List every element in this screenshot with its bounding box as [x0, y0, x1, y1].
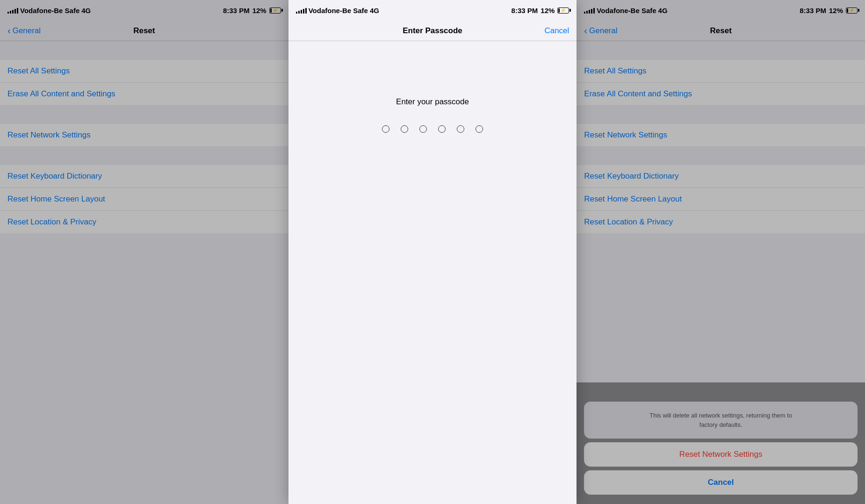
confirm-button[interactable]: Reset Network Settings — [584, 442, 858, 467]
right-panel: Vodafone-Be Safe 4G 8:33 PM 12% ⚡ ‹ Gene… — [577, 0, 865, 504]
status-bar-right: Vodafone-Be Safe 4G 8:33 PM 12% ⚡ — [577, 0, 865, 21]
list-item[interactable]: Reset All Settings — [577, 60, 865, 83]
alert-cancel-button[interactable]: Cancel — [584, 470, 858, 495]
signal-icon-center — [296, 7, 307, 14]
charging-icon-left: ⚡ — [273, 8, 278, 13]
confirm-button-label: Reset Network Settings — [679, 450, 763, 459]
alert-message-box: This will delete all network settings, r… — [584, 402, 858, 439]
passcode-dot-6 — [476, 125, 483, 133]
list-item[interactable]: Reset Home Screen Layout — [577, 188, 865, 211]
list-item[interactable]: Reset Keyboard Dictionary — [577, 165, 865, 188]
battery-icon-center: ⚡ — [557, 7, 569, 14]
time-center: 8:33 PM — [512, 7, 538, 14]
list-item[interactable]: Reset Home Screen Layout — [0, 188, 288, 211]
status-right-left: 8:33 PM 12% ⚡ — [223, 7, 281, 14]
list-item[interactable]: Erase All Content and Settings — [577, 83, 865, 105]
section1-left: Reset All Settings Erase All Content and… — [0, 60, 288, 105]
alert-overlay: This will delete all network settings, r… — [577, 382, 865, 504]
section3-left: Reset Keyboard Dictionary Reset Home Scr… — [0, 165, 288, 233]
spacer2r — [577, 105, 865, 115]
status-left-right: Vodafone-Be Safe 4G — [584, 7, 667, 14]
list-item[interactable]: Reset Location & Privacy — [0, 211, 288, 233]
passcode-dot-1 — [382, 125, 389, 133]
status-right-right: 8:33 PM 12% ⚡ — [800, 7, 858, 14]
section1-right: Reset All Settings Erase All Content and… — [577, 60, 865, 105]
section2-right: Reset Network Settings — [577, 124, 865, 146]
battery-fill-right — [847, 8, 848, 13]
carrier-right: Vodafone-Be Safe — [597, 7, 656, 14]
passcode-dot-5 — [457, 125, 464, 133]
spacer3 — [0, 146, 288, 156]
status-bar-center: Vodafone-Be Safe 4G 8:33 PM 12% ⚡ — [288, 0, 577, 21]
back-button-right[interactable]: ‹ General — [584, 26, 617, 36]
nav-bar-right: ‹ General Reset — [577, 21, 865, 41]
alert-message-text: This will delete all network settings, r… — [649, 412, 792, 428]
back-label-right: General — [589, 26, 617, 36]
passcode-nav-title: Enter Passcode — [403, 26, 462, 36]
nav-bar-left: ‹ General Reset — [0, 21, 288, 41]
spacer1 — [0, 41, 288, 50]
battery-fill-center — [558, 8, 560, 13]
spacer3r — [577, 146, 865, 156]
time-right: 8:33 PM — [800, 7, 826, 14]
carrier-center: Vodafone-Be Safe — [309, 7, 368, 14]
battery-fill-left — [270, 8, 272, 13]
charging-icon-right: ⚡ — [849, 8, 854, 13]
battery-icon-right: ⚡ — [846, 7, 858, 14]
settings-list-left: Reset All Settings Erase All Content and… — [0, 41, 288, 504]
signal-icon-right — [584, 7, 595, 14]
passcode-nav: Enter Passcode Cancel — [288, 21, 577, 41]
charging-icon-center: ⚡ — [561, 8, 566, 13]
carrier-left: Vodafone-Be Safe — [20, 7, 79, 14]
list-item[interactable]: Reset Keyboard Dictionary — [0, 165, 288, 188]
status-left: Vodafone-Be Safe 4G — [7, 7, 91, 14]
passcode-prompt: Enter your passcode — [396, 97, 469, 107]
network-left: 4G — [81, 7, 91, 14]
network-center: 4G — [370, 7, 379, 14]
section3-right: Reset Keyboard Dictionary Reset Home Scr… — [577, 165, 865, 233]
battery-pct-left: 12% — [252, 7, 267, 14]
status-left-center: Vodafone-Be Safe 4G — [296, 7, 379, 14]
status-bar-left: Vodafone-Be Safe 4G 8:33 PM 12% ⚡ — [0, 0, 288, 21]
list-item[interactable]: Reset Network Settings — [577, 124, 865, 146]
nav-title-right: Reset — [710, 26, 732, 36]
back-button-left[interactable]: ‹ General — [7, 26, 41, 36]
battery-icon-left: ⚡ — [269, 7, 281, 14]
spacer1r — [577, 41, 865, 50]
center-panel: Vodafone-Be Safe 4G 8:33 PM 12% ⚡ Enter … — [288, 0, 577, 504]
battery-pct-center: 12% — [541, 7, 555, 14]
chevron-left-icon-right: ‹ — [584, 26, 587, 35]
left-panel: Vodafone-Be Safe 4G 8:33 PM 12% ⚡ ‹ Gene… — [0, 0, 288, 504]
network-right: 4G — [658, 7, 668, 14]
passcode-body: Enter your passcode — [288, 41, 577, 504]
list-item[interactable]: Reset All Settings — [0, 60, 288, 83]
spacer2 — [0, 105, 288, 115]
list-item[interactable]: Erase All Content and Settings — [0, 83, 288, 105]
alert-cancel-label: Cancel — [708, 478, 734, 487]
alert-sheet: This will delete all network settings, r… — [577, 402, 865, 504]
passcode-dots — [382, 125, 483, 133]
time-left: 8:33 PM — [223, 7, 250, 14]
section2-left: Reset Network Settings — [0, 124, 288, 146]
nav-title-left: Reset — [133, 26, 155, 36]
back-label-left: General — [13, 26, 41, 36]
signal-icon — [7, 7, 18, 14]
chevron-left-icon: ‹ — [7, 26, 11, 35]
list-item[interactable]: Reset Network Settings — [0, 124, 288, 146]
passcode-dot-3 — [419, 125, 427, 133]
list-item[interactable]: Reset Location & Privacy — [577, 211, 865, 233]
passcode-dot-4 — [438, 125, 446, 133]
passcode-dot-2 — [401, 125, 408, 133]
passcode-cancel-button[interactable]: Cancel — [544, 26, 569, 36]
status-right-center: 8:33 PM 12% ⚡ — [512, 7, 569, 14]
battery-pct-right: 12% — [829, 7, 843, 14]
